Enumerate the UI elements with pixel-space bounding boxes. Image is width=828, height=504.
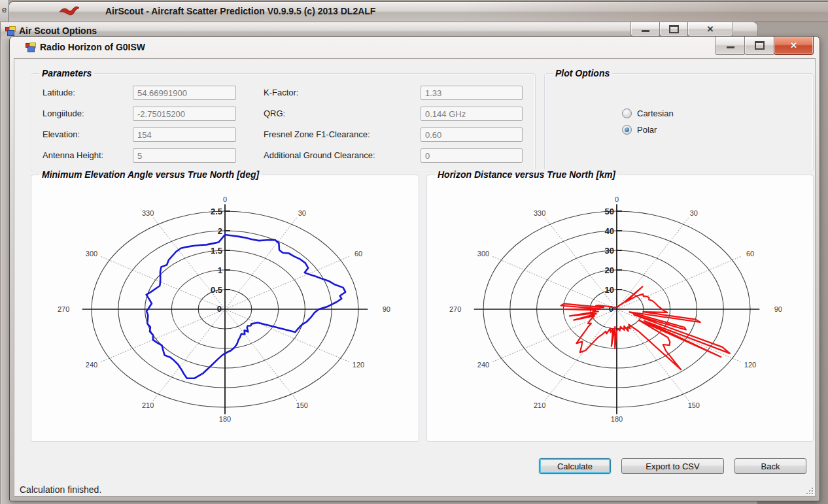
svg-text:270: 270 xyxy=(449,305,461,313)
svg-text:60: 60 xyxy=(746,250,754,258)
svg-text:1.5: 1.5 xyxy=(211,246,222,256)
svg-text:2: 2 xyxy=(218,226,222,236)
titlebar-glass-fade xyxy=(460,2,828,22)
dialog-close-button[interactable]: ✕ xyxy=(774,37,814,55)
svg-text:60: 60 xyxy=(354,250,362,258)
svg-text:10: 10 xyxy=(605,285,614,295)
fresnel-clearance-label: Fresnel Zone F1-Clearance: xyxy=(264,129,370,139)
radio-button-icon[interactable] xyxy=(622,125,632,135)
status-text: Calculation finished. xyxy=(20,484,101,495)
svg-text:40: 40 xyxy=(605,226,614,236)
radio-horizon-dialog: Radio Horizon of G0ISW ✕ Parameters Lati… xyxy=(9,36,820,501)
svg-text:2.5: 2.5 xyxy=(211,207,222,216)
radio-option-polar[interactable]: Polar xyxy=(622,124,657,135)
svg-text:270: 270 xyxy=(58,305,69,313)
svg-text:150: 150 xyxy=(688,401,700,409)
airscout-logo-icon xyxy=(59,5,80,18)
svg-text:180: 180 xyxy=(219,415,231,423)
dialog-titlebar[interactable]: Radio Horizon of G0ISW ✕ xyxy=(10,37,819,58)
k-factor-label: K-Factor: xyxy=(264,88,298,97)
main-window-title: AirScout - Aircraft Scatter Prediction V… xyxy=(105,6,375,16)
calculate-button[interactable]: Calculate xyxy=(539,458,611,474)
dialog-client-area: Parameters Latitude: Longiitude: Elevati… xyxy=(14,58,816,497)
elevation-field[interactable] xyxy=(133,127,236,142)
latitude-field[interactable] xyxy=(133,86,236,100)
options-window-icon xyxy=(5,26,15,35)
svg-text:300: 300 xyxy=(477,250,489,258)
dialog-minimize-button[interactable] xyxy=(715,37,746,55)
dialog-icon xyxy=(26,42,35,52)
close-icon: ✕ xyxy=(790,41,797,50)
minimize-icon xyxy=(727,46,734,48)
svg-text:1: 1 xyxy=(218,265,222,275)
svg-text:30: 30 xyxy=(605,246,614,256)
svg-text:90: 90 xyxy=(774,305,782,313)
elevation-chart-groupbox: Minimum Elevation Angle versus True Nort… xyxy=(31,175,419,442)
main-window-titlebar[interactable]: AirScout - Aircraft Scatter Prediction V… xyxy=(9,1,828,22)
options-minimize-button[interactable] xyxy=(630,22,661,37)
svg-text:300: 300 xyxy=(86,250,97,258)
elevation-polar-chart-svg: 030609012015018021024027030033000.511.52… xyxy=(32,183,417,439)
distance-chart-title: Horizon Distance versus True North [km] xyxy=(435,169,618,180)
status-strip: Calculation finished. xyxy=(14,482,815,496)
svg-text:120: 120 xyxy=(744,361,756,369)
svg-text:0: 0 xyxy=(217,304,222,314)
dialog-title: Radio Horizon of G0ISW xyxy=(40,42,145,52)
svg-text:180: 180 xyxy=(611,415,623,423)
close-icon: ✕ xyxy=(707,25,714,33)
polar-radio-label: Polar xyxy=(637,125,657,135)
svg-text:30: 30 xyxy=(298,209,306,217)
elevation-label: Elevation: xyxy=(43,129,80,139)
options-maximize-button[interactable] xyxy=(659,22,689,37)
dialog-maximize-button[interactable] xyxy=(744,37,775,55)
svg-text:210: 210 xyxy=(142,401,154,409)
svg-text:0.5: 0.5 xyxy=(211,285,222,295)
plot-options-groupbox: Plot Options Cartesian Polar xyxy=(544,73,814,171)
options-close-button[interactable]: ✕ xyxy=(687,22,733,37)
export-csv-button[interactable]: Export to CSV xyxy=(621,458,724,474)
latitude-label: Latitude: xyxy=(43,88,75,97)
svg-text:150: 150 xyxy=(296,401,308,409)
svg-text:240: 240 xyxy=(86,361,97,369)
svg-text:0: 0 xyxy=(615,195,619,203)
cartesian-radio-label: Cartesian xyxy=(637,109,674,118)
svg-text:20: 20 xyxy=(605,265,614,275)
background-window-edge-label: e xyxy=(2,5,7,14)
maximize-icon xyxy=(669,25,679,33)
longitude-label: Longiitude: xyxy=(43,109,84,118)
svg-text:240: 240 xyxy=(477,361,489,369)
options-window-title: Air Scout Options xyxy=(19,25,97,36)
qrg-field[interactable] xyxy=(421,107,523,121)
svg-text:30: 30 xyxy=(690,209,698,217)
antenna-height-label: Antenna Height: xyxy=(43,150,103,160)
parameters-groupbox: Parameters Latitude: Longiitude: Elevati… xyxy=(31,73,536,171)
distance-polar-chart-svg: 0306090120150180210240270300330010203040… xyxy=(428,183,811,439)
qrg-label: QRG: xyxy=(264,109,285,118)
plot-options-group-title: Plot Options xyxy=(553,68,612,78)
svg-text:0: 0 xyxy=(609,304,613,314)
svg-text:50: 50 xyxy=(605,207,614,216)
ground-clearance-label: Additional Ground Clearance: xyxy=(264,150,375,160)
minimize-icon xyxy=(642,30,649,32)
k-factor-field[interactable] xyxy=(421,86,523,100)
radio-button-icon[interactable] xyxy=(622,109,632,118)
svg-text:90: 90 xyxy=(383,305,390,313)
svg-text:120: 120 xyxy=(353,361,364,369)
background-window-edge: e xyxy=(0,0,9,22)
maximize-icon xyxy=(755,41,765,50)
svg-text:210: 210 xyxy=(534,401,545,409)
resize-grip[interactable] xyxy=(805,486,813,494)
distance-chart-groupbox: Horizon Distance versus True North [km] … xyxy=(426,175,814,442)
parameters-group-title: Parameters xyxy=(39,68,94,78)
svg-text:330: 330 xyxy=(142,209,154,217)
ground-clearance-field[interactable] xyxy=(421,148,523,163)
back-button[interactable]: Back xyxy=(734,458,806,474)
fresnel-clearance-field[interactable] xyxy=(421,127,523,142)
svg-text:330: 330 xyxy=(534,209,545,217)
svg-text:0: 0 xyxy=(223,195,227,203)
longitude-field[interactable] xyxy=(133,107,236,121)
radio-option-cartesian[interactable]: Cartesian xyxy=(622,108,674,118)
elevation-chart-title: Minimum Elevation Angle versus True Nort… xyxy=(39,169,262,180)
antenna-height-field[interactable] xyxy=(133,148,236,163)
